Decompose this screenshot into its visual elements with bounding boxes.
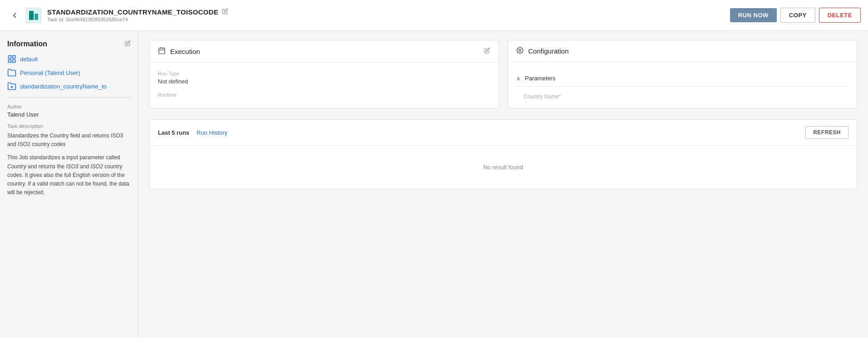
svg-rect-3 — [9, 56, 11, 59]
svg-rect-5 — [9, 60, 11, 63]
topbar-title-area: STANDARDIZATION_COUNTRYNAME_TOISOCODE Ta… — [47, 8, 730, 22]
configuration-card-header: Configuration — [508, 40, 857, 62]
sidebar-item-default-label: default — [20, 56, 38, 63]
cards-row: Execution Run Type Not defined Runtime — [149, 40, 857, 108]
bottom-section: Last 5 runs Run History REFRESH No resul… — [149, 119, 857, 189]
author-label: Author — [7, 104, 131, 109]
sidebar: Information default — [0, 31, 138, 338]
config-header-left: Configuration — [516, 47, 569, 55]
svg-rect-1 — [29, 11, 34, 20]
parameters-title: Parameters — [525, 75, 555, 82]
execution-header-left: Execution — [158, 47, 200, 56]
sidebar-item-standardization[interactable]: standardization_countryName_to — [7, 82, 131, 91]
page-title: STANDARDIZATION_COUNTRYNAME_TOISOCODE — [47, 8, 218, 16]
execution-card: Execution Run Type Not defined Runtime — [149, 40, 499, 108]
delete-button[interactable]: DELETE — [819, 8, 861, 23]
title-edit-icon[interactable] — [222, 8, 228, 16]
task-icon — [25, 7, 42, 24]
refresh-button[interactable]: REFRESH — [805, 126, 848, 139]
run-type-value: Not defined — [158, 78, 490, 85]
configuration-card-body: ∧ Parameters Country Name* — [508, 62, 857, 108]
sidebar-edit-icon[interactable] — [125, 40, 131, 48]
bottom-section-header: Last 5 runs Run History REFRESH — [150, 120, 857, 146]
run-now-button[interactable]: RUN NOW — [730, 8, 777, 22]
sidebar-divider — [7, 97, 131, 98]
sidebar-item-personal-label: Personal (Talend User) — [20, 69, 80, 76]
last-5-runs-label: Last 5 runs — [158, 129, 189, 136]
task-id: Task Id: 5be964819f2ff3352686ce74 — [47, 17, 730, 22]
back-button[interactable] — [7, 8, 22, 23]
runtime-label: Runtime — [158, 92, 490, 98]
run-type-label: Run Type — [158, 71, 490, 76]
configuration-title: Configuration — [528, 47, 569, 55]
svg-rect-9 — [159, 48, 165, 54]
parameters-body: Country Name* — [516, 93, 848, 100]
sidebar-item-personal[interactable]: Personal (Talend User) — [7, 68, 131, 77]
svg-rect-6 — [13, 60, 15, 63]
topbar-actions: RUN NOW COPY DELETE — [730, 8, 861, 23]
copy-button[interactable]: COPY — [780, 8, 815, 23]
country-name-label: Country Name* — [524, 93, 561, 100]
svg-point-13 — [519, 49, 521, 51]
chevron-up-icon[interactable]: ∧ — [516, 75, 520, 82]
gear-icon — [516, 47, 524, 55]
no-result-text: No result found — [150, 146, 857, 189]
task-description-label: Task description — [7, 123, 131, 129]
grid-icon — [7, 54, 16, 64]
svg-rect-4 — [13, 56, 15, 59]
author-value: Talend User — [7, 111, 131, 118]
sidebar-item-standardization-label: standardization_countryName_to — [20, 83, 107, 90]
folder-icon — [7, 68, 16, 77]
execution-edit-icon[interactable] — [484, 48, 490, 55]
sidebar-info-title: Information — [7, 40, 47, 48]
task-description-2: This Job standardizes a input parameter … — [7, 153, 131, 197]
execution-card-body: Run Type Not defined Runtime — [150, 63, 498, 108]
parameters-section: ∧ Parameters — [516, 70, 848, 87]
sidebar-header: Information — [7, 40, 131, 48]
run-history-link[interactable]: Run History — [196, 129, 227, 136]
main-layout: Information default — [0, 31, 868, 338]
calendar-icon — [158, 47, 166, 56]
svg-rect-2 — [34, 14, 38, 20]
task-description-1: Standardizes the Country field and retur… — [7, 132, 131, 149]
bottom-header-left: Last 5 runs Run History — [158, 129, 227, 136]
topbar: STANDARDIZATION_COUNTRYNAME_TOISOCODE Ta… — [0, 0, 868, 31]
execution-title: Execution — [170, 48, 200, 55]
folder2-icon — [7, 82, 16, 91]
sidebar-item-default[interactable]: default — [7, 54, 131, 64]
content-area: Execution Run Type Not defined Runtime — [138, 31, 868, 338]
execution-card-header: Execution — [150, 40, 498, 63]
configuration-card: Configuration ∧ Parameters Country Name* — [508, 40, 857, 108]
